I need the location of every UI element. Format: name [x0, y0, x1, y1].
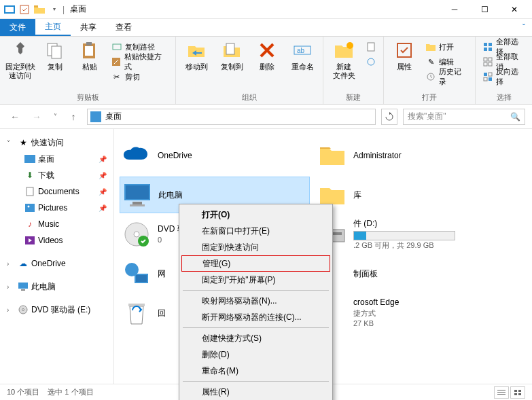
ctx-manage[interactable]: 管理(G): [181, 255, 330, 272]
svg-rect-27: [484, 73, 487, 76]
item-control-panel[interactable]: 制面板: [315, 255, 506, 292]
paste-icon: [79, 39, 101, 61]
delete-icon: [256, 39, 278, 61]
copyto-button[interactable]: 复制到: [215, 39, 248, 71]
tree-downloads[interactable]: ⬇下载📌: [0, 167, 113, 183]
svg-rect-53: [497, 390, 506, 390]
svg-point-34: [28, 206, 30, 208]
properties-qat-icon[interactable]: [18, 3, 31, 16]
moveto-button[interactable]: 移动到: [180, 39, 213, 71]
tree-videos[interactable]: Videos: [0, 232, 113, 249]
pin-quickaccess-button[interactable]: 固定到快 速访问: [4, 39, 36, 80]
ctx-open[interactable]: 打开(O): [181, 206, 330, 223]
svg-rect-19: [484, 43, 487, 46]
item-onedrive[interactable]: OneDrive: [120, 137, 310, 174]
ctx-rename[interactable]: 重命名(M): [181, 363, 330, 379]
newfolder-button[interactable]: 新建 文件夹: [327, 39, 360, 80]
pin-icon: 📌: [99, 172, 107, 179]
ctx-properties[interactable]: 属性(R): [181, 384, 330, 400]
tab-file[interactable]: 文件: [0, 19, 35, 36]
edit-icon: ✎: [425, 56, 436, 67]
properties-button[interactable]: 属性: [388, 39, 420, 71]
tree-dvd[interactable]: ›DVD 驱动器 (E:): [0, 302, 113, 318]
item-edge[interactable]: crosoft Edge捷方式27 KB: [315, 295, 506, 331]
svg-rect-56: [514, 390, 517, 392]
tree-desktop[interactable]: 桌面📌: [0, 151, 113, 167]
tree-onedrive[interactable]: ›☁OneDrive: [0, 255, 113, 272]
delete-button[interactable]: 删除: [251, 39, 283, 71]
item-administrator[interactable]: Administrator: [315, 137, 506, 174]
history-icon: [425, 71, 436, 82]
folder-qat-icon[interactable]: [33, 3, 46, 16]
pin-icon: 📌: [99, 188, 107, 196]
paste-button[interactable]: 粘贴: [73, 39, 105, 71]
copy-button[interactable]: 复制: [39, 39, 71, 71]
item-software-d[interactable]: 件 (D:).2 GB 可用，共 29.9 GB: [315, 216, 506, 253]
icons-view-button[interactable]: [510, 386, 525, 399]
forward-button[interactable]: →: [29, 109, 45, 125]
recent-dropdown[interactable]: ˅: [50, 109, 60, 125]
new-item-button[interactable]: [363, 39, 379, 54]
ctx-delete[interactable]: 删除(D): [181, 346, 330, 363]
invert-selection-button[interactable]: 反向选择: [480, 69, 528, 84]
tree-documents[interactable]: Documents📌: [0, 183, 113, 200]
ctx-disconnect-drive[interactable]: 断开网络驱动器的连接(C)...: [181, 309, 330, 325]
group-label: 新建: [327, 91, 379, 103]
cut-icon: ✂: [111, 71, 122, 82]
ctx-pin-start[interactable]: 固定到"开始"屏幕(P): [181, 272, 330, 288]
tree-quick-access[interactable]: ˅★快速访问: [0, 134, 113, 151]
pin-icon: 📌: [99, 204, 107, 212]
svg-rect-32: [26, 187, 33, 196]
ctx-create-shortcut[interactable]: 创建快捷方式(S): [181, 330, 330, 346]
search-box[interactable]: 搜索"桌面" 🔍: [403, 109, 525, 125]
refresh-button[interactable]: [381, 109, 397, 125]
svg-rect-36: [18, 283, 28, 289]
svg-point-45: [134, 232, 139, 237]
selection-count: 选中 1 个项目: [48, 387, 93, 397]
minimize-button[interactable]: ─: [440, 0, 469, 19]
copyto-icon: [221, 39, 243, 61]
maximize-button[interactable]: ☐: [469, 0, 499, 19]
tree-pictures[interactable]: Pictures📌: [0, 200, 113, 216]
pin-icon: [10, 39, 31, 61]
svg-rect-59: [518, 393, 521, 395]
disc-icon: [18, 304, 29, 315]
back-button[interactable]: ←: [7, 109, 23, 125]
tree-music[interactable]: ♪Music: [0, 216, 113, 232]
history-button[interactable]: 历史记录: [423, 69, 471, 84]
rename-button[interactable]: ab 重命名: [286, 39, 319, 71]
svg-rect-1: [5, 7, 14, 12]
ribbon: 固定到快 速访问 复制 粘贴 复制路径 粘贴快捷方式 ✂剪切 剪贴板 移动到: [0, 37, 532, 105]
open-button[interactable]: 打开: [423, 39, 471, 54]
easy-access-button[interactable]: [363, 54, 379, 69]
svg-rect-2: [20, 5, 29, 14]
svg-rect-11: [226, 43, 234, 54]
path-icon: [111, 41, 122, 52]
svg-rect-23: [484, 58, 487, 61]
separator: [183, 381, 329, 382]
svg-point-14: [347, 42, 353, 49]
ctx-pin-quick-access[interactable]: 固定到快速访问: [181, 239, 330, 255]
cut-button[interactable]: ✂剪切: [109, 69, 171, 84]
qat-dropdown-icon[interactable]: ▾: [48, 3, 61, 16]
ribbon-collapse-icon[interactable]: ˇ: [516, 19, 532, 36]
ctx-map-drive[interactable]: 映射网络驱动器(N)...: [181, 293, 330, 309]
documents-icon: [24, 186, 35, 197]
ribbon-tabs: 文件 主页 共享 查看 ˇ: [0, 19, 532, 37]
up-button[interactable]: ↑: [65, 109, 82, 125]
explorer-icon: [3, 3, 16, 16]
ctx-open-new-window[interactable]: 在新窗口中打开(E): [181, 223, 330, 239]
svg-rect-3: [34, 5, 38, 7]
group-label: 选择: [480, 91, 528, 103]
group-organize: 移动到 复制到 删除 ab 重命名 组织: [176, 37, 323, 104]
tab-share[interactable]: 共享: [71, 19, 106, 36]
tree-thispc[interactable]: ›此电脑: [0, 278, 113, 295]
paste-shortcut-button[interactable]: 粘贴快捷方式: [109, 54, 171, 69]
address-bar[interactable]: 桌面: [87, 109, 376, 125]
pc-icon: [18, 281, 29, 292]
tab-home[interactable]: 主页: [35, 19, 71, 36]
item-libraries[interactable]: 库: [315, 177, 506, 213]
close-button[interactable]: ✕: [499, 0, 529, 19]
tab-view[interactable]: 查看: [106, 19, 141, 36]
details-view-button[interactable]: [494, 386, 509, 399]
